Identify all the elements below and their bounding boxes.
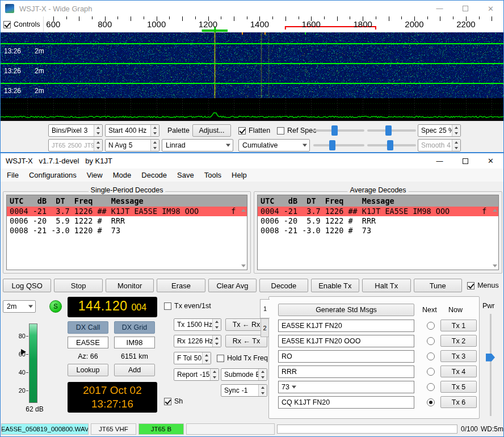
spec-percent-spinner[interactable]: Spec25 % bbox=[418, 124, 461, 137]
spin-down-icon[interactable] bbox=[452, 131, 460, 136]
add-button[interactable]: Add bbox=[114, 364, 155, 376]
tx2-message-field[interactable]: EA5SE K1JT FN20 OOO bbox=[278, 335, 414, 347]
tx6-next-radio[interactable] bbox=[427, 398, 435, 406]
dx-grid-field[interactable]: IM98 bbox=[114, 337, 155, 348]
decode-row[interactable]: 0008 -21 -3.0 1220 # 73 bbox=[7, 226, 247, 236]
scroll-down-icon[interactable] bbox=[241, 264, 246, 267]
log-qso-button[interactable]: Log QSO bbox=[3, 279, 51, 292]
spectrum-zero-slider[interactable] bbox=[367, 140, 416, 151]
tx1-now-button[interactable]: Tx 1 bbox=[440, 320, 477, 331]
tx-even-checkbox[interactable]: Tx even/1st bbox=[164, 302, 211, 310]
spin-up-icon[interactable] bbox=[452, 125, 460, 131]
tx6-message-field[interactable]: CQ K1JT FN20 bbox=[278, 396, 414, 409]
spin-up-icon[interactable] bbox=[213, 335, 221, 341]
bins-per-pixel-spinner[interactable]: Bins/Pixel3 bbox=[48, 124, 103, 137]
spin-buttons[interactable] bbox=[212, 335, 221, 347]
decode-row[interactable]: 0008 -21 -3.0 1220 # 73 bbox=[258, 226, 498, 236]
spin-up-icon[interactable] bbox=[452, 140, 460, 145]
spin-up-icon[interactable] bbox=[259, 369, 267, 375]
tx6-now-button[interactable]: Tx 6 bbox=[440, 396, 477, 408]
band-select[interactable]: 2m bbox=[3, 300, 36, 313]
scroll-up-icon[interactable] bbox=[493, 209, 497, 212]
tx2-now-button[interactable]: Tx 2 bbox=[440, 335, 477, 347]
tab-1[interactable]: 1 bbox=[260, 299, 270, 318]
f-tol-spinner[interactable]: F Tol50 bbox=[174, 352, 211, 364]
scrollbar[interactable] bbox=[491, 207, 498, 269]
dropdown-icon[interactable] bbox=[300, 140, 309, 151]
slider-handle[interactable] bbox=[387, 140, 393, 150]
hold-tx-freq-checkbox[interactable]: Hold Tx Freq bbox=[217, 354, 268, 362]
spin-down-icon[interactable] bbox=[151, 145, 159, 151]
spin-up-icon[interactable] bbox=[203, 352, 211, 358]
spin-buttons[interactable] bbox=[202, 352, 211, 364]
spin-buttons[interactable] bbox=[150, 125, 159, 136]
tab-2[interactable]: 2 bbox=[261, 318, 269, 337]
spin-down-icon[interactable] bbox=[452, 145, 460, 151]
clear-avg-button[interactable]: Clear Avg bbox=[208, 279, 257, 292]
spin-buttons[interactable] bbox=[258, 369, 267, 380]
scroll-down-icon[interactable] bbox=[493, 264, 497, 267]
decode-row[interactable]: 0006 -20 5.9 1222 # RRR bbox=[7, 216, 247, 226]
spin-down-icon[interactable] bbox=[213, 325, 221, 330]
scroll-up-icon[interactable] bbox=[241, 209, 246, 212]
slider-handle[interactable] bbox=[331, 125, 338, 136]
maximize-button[interactable] bbox=[452, 1, 478, 16]
controls-checkbox[interactable]: Controls bbox=[3, 20, 40, 28]
sync-spinner[interactable]: Sync-1 bbox=[221, 384, 267, 397]
spin-down-icon[interactable] bbox=[259, 390, 267, 396]
report-spinner[interactable]: Report-15 bbox=[174, 368, 219, 381]
palette-select[interactable]: Linrad bbox=[162, 139, 233, 152]
decode-table[interactable]: UTC dB DT Freq Message 0004 -21 3.7 1226… bbox=[6, 195, 247, 270]
halt-tx-button[interactable]: Halt Tx bbox=[362, 279, 410, 292]
spin-down-icon[interactable] bbox=[203, 358, 211, 364]
enable-tx-button[interactable]: Enable Tx bbox=[311, 279, 359, 292]
scrollbar[interactable] bbox=[240, 207, 247, 269]
spin-down-icon[interactable] bbox=[151, 131, 159, 136]
tx4-next-radio[interactable] bbox=[427, 368, 435, 376]
waterfall-gain-slider[interactable] bbox=[313, 125, 364, 136]
decode-button[interactable]: Decode bbox=[259, 279, 308, 292]
tx5-now-button[interactable]: Tx 5 bbox=[440, 381, 477, 393]
decode-row[interactable]: 0006 -20 5.9 1222 # RRR bbox=[258, 216, 498, 226]
waterfall-zero-slider[interactable] bbox=[367, 125, 416, 136]
dx-grid-button[interactable]: DX Grid bbox=[114, 321, 155, 334]
tx1-message-field[interactable]: EA5SE K1JT FN20 bbox=[278, 320, 414, 332]
adjust-palette-button[interactable]: Adjust... bbox=[192, 124, 231, 137]
spin-up-icon[interactable] bbox=[151, 140, 159, 145]
spin-down-icon[interactable] bbox=[213, 341, 221, 347]
spectrum-gain-slider[interactable] bbox=[313, 140, 364, 151]
submode-spinner[interactable]: SubmodeB bbox=[221, 368, 267, 381]
tx5-message-combo[interactable]: 73 bbox=[278, 381, 414, 393]
tune-button[interactable]: Tune bbox=[414, 279, 462, 292]
spin-buttons[interactable] bbox=[150, 140, 159, 151]
erase-button[interactable]: Erase bbox=[157, 279, 205, 292]
menu-save[interactable]: Save bbox=[172, 169, 199, 181]
decode-table[interactable]: UTC dB DT Freq Message 0004 -21 3.7 1226… bbox=[257, 195, 499, 270]
close-button[interactable]: ✕ bbox=[478, 1, 503, 16]
decode-row[interactable]: 0004 -21 3.7 1226 ## K1JT EA5SE IM98 OOO… bbox=[258, 207, 498, 216]
spin-up-icon[interactable] bbox=[94, 140, 102, 145]
spin-up-icon[interactable] bbox=[213, 319, 221, 325]
maximize-button[interactable] bbox=[452, 153, 478, 169]
dropdown-icon[interactable] bbox=[26, 301, 35, 312]
slider-handle[interactable] bbox=[385, 125, 392, 136]
ref-spec-checkbox[interactable]: Ref Spec bbox=[277, 127, 316, 135]
pwr-slider[interactable] bbox=[486, 314, 495, 416]
frequency-ruler[interactable]: 6008001000120014001600180020002200 Contr… bbox=[1, 16, 504, 32]
spin-buttons[interactable] bbox=[94, 140, 102, 151]
menu-configurations[interactable]: Configurations bbox=[24, 169, 82, 181]
spin-down-icon[interactable] bbox=[259, 375, 267, 380]
tx3-now-button[interactable]: Tx 3 bbox=[440, 350, 477, 362]
dropdown-icon[interactable] bbox=[224, 140, 233, 151]
menus-checkbox[interactable]: Menus bbox=[465, 281, 501, 289]
slider-handle[interactable] bbox=[329, 140, 335, 150]
spin-buttons[interactable] bbox=[452, 125, 460, 136]
monitor-button[interactable]: Monitor bbox=[106, 279, 154, 292]
flatten-checkbox[interactable]: Flatten bbox=[238, 127, 270, 135]
menu-mode[interactable]: Mode bbox=[108, 169, 137, 181]
menu-decode[interactable]: Decode bbox=[136, 169, 172, 181]
lookup-button[interactable]: Lookup bbox=[68, 364, 108, 376]
minimize-button[interactable]: — bbox=[427, 153, 452, 169]
minimize-button[interactable]: — bbox=[427, 1, 452, 16]
spin-up-icon[interactable] bbox=[151, 125, 159, 131]
